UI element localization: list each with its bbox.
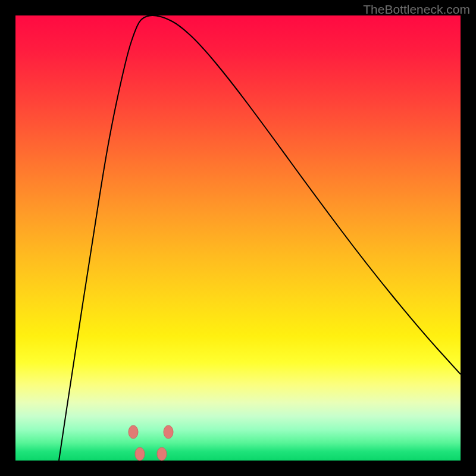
curve-marker [129,425,138,439]
chart-area [15,15,461,461]
curve-marker [135,447,145,461]
curve-marker [164,425,173,439]
curve-marker [157,447,167,461]
curve-markers [129,425,173,461]
bottleneck-chart-svg [15,15,461,461]
bottleneck-curve [59,15,461,461]
watermark-text: TheBottleneck.com [363,2,470,17]
